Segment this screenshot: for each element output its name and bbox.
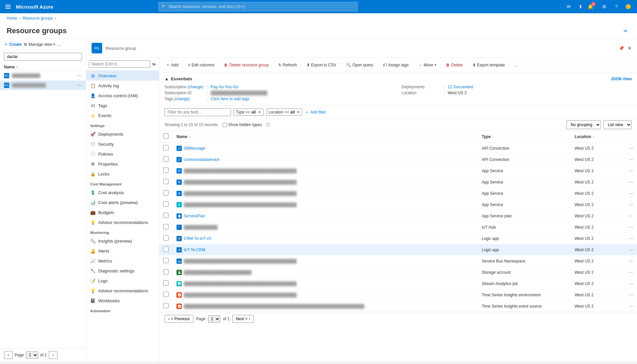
row-ellipsis-button[interactable]: ⋯ <box>629 281 633 286</box>
row-checkbox[interactable] <box>163 179 169 184</box>
name-header[interactable]: Name ↕ <box>173 131 478 143</box>
resource-name-link[interactable]: IoT-To-CRM <box>184 248 205 252</box>
delete-button[interactable]: 🗑 Delete <box>443 61 465 69</box>
sidebar-item-logs[interactable]: 📝 Logs <box>86 276 159 286</box>
row-ellipsis-button[interactable]: ⋯ <box>629 225 633 230</box>
sidebar-item-alerts[interactable]: 🔔 Alerts <box>86 246 159 256</box>
sidebar-item-overview[interactable]: ⊞ Overview <box>86 71 159 81</box>
row-ellipsis-button[interactable]: ⋯ <box>629 304 633 309</box>
row-checkbox[interactable] <box>163 235 169 241</box>
row-checkbox[interactable] <box>163 145 169 150</box>
row-checkbox[interactable] <box>163 258 169 263</box>
row-ellipsis-button[interactable]: ⋯ <box>629 180 633 184</box>
row-checkbox[interactable] <box>163 156 169 162</box>
prev-page-button[interactable]: ‹ <box>4 351 13 359</box>
resource-name-link[interactable]: commondataservice <box>184 157 219 162</box>
list-item[interactable]: RG ████████████ ⋯ <box>0 81 86 90</box>
row-ellipsis-button[interactable]: ⋯ <box>629 270 633 275</box>
assign-tags-button[interactable]: 🏷 Assign tags <box>380 61 411 69</box>
sidebar-item-cost-analysis[interactable]: 💲 Cost analysis <box>86 187 159 197</box>
filter-input[interactable] <box>165 108 231 116</box>
location-sort-icon[interactable]: ↕ <box>593 135 595 139</box>
page-select[interactable]: 1 <box>26 351 38 359</box>
export-csv-button[interactable]: ⬇ Export to CSV <box>304 61 339 69</box>
sidebar-item-budgets[interactable]: 💼 Budgets <box>86 207 159 217</box>
subscription-value[interactable]: Pay-As-You-Go <box>211 85 238 89</box>
breadcrumb-resource-groups[interactable]: Resource groups <box>23 16 53 21</box>
select-all-checkbox[interactable] <box>163 133 169 139</box>
json-view-link[interactable]: JSON View <box>611 77 632 81</box>
row-checkbox[interactable] <box>163 303 169 308</box>
profile-icon[interactable]: 🙂 <box>624 2 633 11</box>
row-ellipsis-button[interactable]: ⋯ <box>629 191 633 196</box>
manage-view-button[interactable]: ⚙ Manage view ▾ <box>24 42 55 47</box>
type-sort-icon[interactable]: ↑ <box>492 135 494 139</box>
sidebar-item-advisor[interactable]: 💡 Advisor recommendations <box>86 217 159 227</box>
row-ellipsis-button[interactable]: ⋯ <box>629 146 633 151</box>
subscription-change-link[interactable]: (change) <box>187 85 203 89</box>
collapse-icon[interactable]: ▲ <box>165 76 169 81</box>
row-checkbox[interactable] <box>163 224 169 229</box>
location-header[interactable]: Location ↕ <box>571 131 624 143</box>
email-icon[interactable]: ✉ <box>564 2 573 11</box>
edit-columns-button[interactable]: ≡ Edit columns <box>185 61 217 69</box>
show-hidden-checkbox[interactable] <box>223 123 227 127</box>
row-ellipsis-button[interactable]: ⋯ <box>629 248 633 252</box>
sidebar-item-metrics[interactable]: 📈 Metrics <box>86 256 159 266</box>
row-ellipsis-button[interactable]: ⋯ <box>629 214 633 218</box>
row-ellipsis-button[interactable]: ⋯ <box>629 169 633 173</box>
row-checkbox[interactable] <box>163 247 169 252</box>
nav-search-input[interactable] <box>89 60 150 68</box>
create-button[interactable]: ＋ Create <box>4 41 22 47</box>
row-checkbox[interactable] <box>163 292 169 297</box>
resource-name-link[interactable]: CRM-To-IoT-V2 <box>184 236 211 241</box>
next-page-button[interactable]: Next > › <box>232 315 254 323</box>
refresh-button[interactable]: ↻ Refresh <box>276 61 300 69</box>
sidebar-item-locks[interactable]: 🔒 Locks <box>86 169 159 179</box>
sidebar-item-policies[interactable]: 📄 Policies <box>86 149 159 159</box>
export-template-button[interactable]: ⬇ Export template <box>470 61 508 69</box>
row-checkbox[interactable] <box>163 201 169 207</box>
hamburger-menu[interactable] <box>4 3 12 10</box>
deployments-value[interactable]: 12 Succeeded <box>448 85 473 89</box>
row-checkbox[interactable] <box>163 280 169 286</box>
next-page-button[interactable]: › <box>49 351 57 359</box>
sort-icon[interactable]: ↑ <box>16 65 18 69</box>
add-filter-button[interactable]: ＋ Add filter <box>305 109 326 115</box>
collapse-panel-button[interactable]: ≪ <box>621 27 630 35</box>
more-toolbar-button[interactable]: ... <box>512 61 521 69</box>
row-checkbox[interactable] <box>163 213 169 218</box>
notifications-icon[interactable]: 🔔1 <box>588 2 597 11</box>
sidebar-item-security[interactable]: 🛡 Security <box>86 139 159 149</box>
tags-change-link[interactable]: (change) <box>174 97 190 101</box>
row-checkbox[interactable] <box>163 190 169 195</box>
delete-resource-group-button[interactable]: 🗑 Delete resource group <box>221 61 271 69</box>
row-ellipsis-button[interactable]: ⋯ <box>629 293 633 297</box>
row-ellipsis-button[interactable]: ⋯ <box>629 236 633 241</box>
sidebar-item-events[interactable]: ⚡ Events <box>86 110 159 120</box>
breadcrumb-home[interactable]: Home <box>7 16 17 21</box>
collapse-nav-icon[interactable]: ≫ <box>152 62 156 67</box>
row-ellipsis-button[interactable]: ⋯ <box>629 259 633 263</box>
pin-icon[interactable]: 📌 <box>619 46 624 51</box>
upload-icon[interactable]: ⬆ <box>576 2 585 11</box>
open-query-button[interactable]: 🔍 Open query <box>343 61 376 69</box>
item-ellipsis-button[interactable]: ⋯ <box>77 73 82 78</box>
move-button[interactable]: → Move ▾ <box>416 61 439 69</box>
view-select[interactable]: List view <box>603 120 632 129</box>
row-checkbox[interactable] <box>163 269 169 274</box>
sidebar-item-tags[interactable]: 🏷 Tags <box>86 101 159 110</box>
row-ellipsis-button[interactable]: ⋯ <box>629 202 633 207</box>
more-options-button[interactable]: ... <box>57 42 60 47</box>
row-checkbox[interactable] <box>163 168 169 173</box>
sidebar-item-workbooks[interactable]: 📓 Workbooks <box>86 296 159 306</box>
sidebar-item-access-control[interactable]: 👤 Access control (IAM) <box>86 91 159 101</box>
resource-name-link[interactable]: SBMessage <box>184 146 205 151</box>
tags-value[interactable]: Click here to add tags <box>211 97 249 101</box>
close-button[interactable]: ✕ <box>627 45 632 51</box>
help-icon[interactable]: ? <box>612 2 621 11</box>
sidebar-item-advisor2[interactable]: 💡 Advisor recommendations <box>86 286 159 296</box>
sidebar-item-properties[interactable]: ⚙ Properties <box>86 159 159 169</box>
list-item[interactable]: RG ██████████ ⋯ <box>0 71 86 81</box>
type-filter-remove[interactable]: ✕ <box>258 110 261 114</box>
